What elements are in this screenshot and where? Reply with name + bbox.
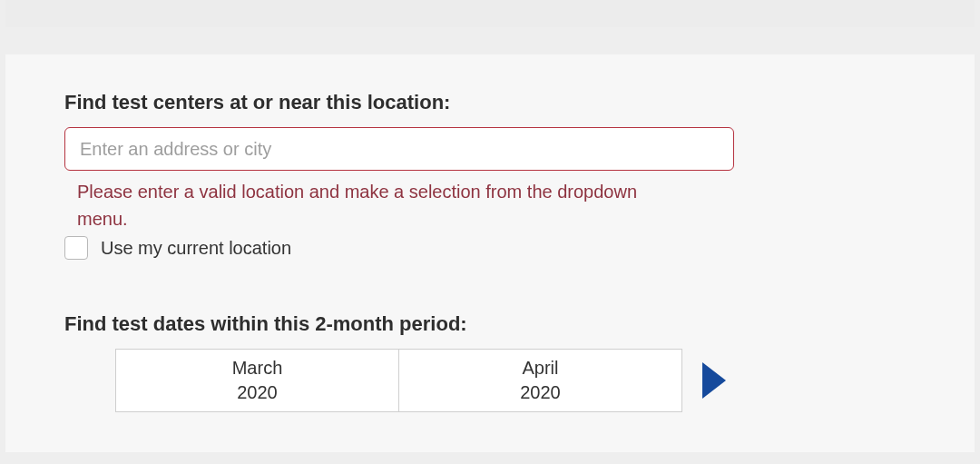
use-current-location-label: Use my current location xyxy=(101,238,291,259)
search-panel: Find test centers at or near this locati… xyxy=(5,54,975,452)
use-current-location-row: Use my current location xyxy=(64,236,754,260)
month-name: April xyxy=(522,356,558,380)
month-option-0[interactable]: March 2020 xyxy=(115,349,399,412)
month-option-1[interactable]: April 2020 xyxy=(398,349,682,412)
location-heading: Find test centers at or near this locati… xyxy=(64,91,754,114)
chevron-right-icon xyxy=(702,362,726,399)
month-name: March xyxy=(232,356,283,380)
month-selector-row: March 2020 April 2020 xyxy=(64,349,754,412)
section-spacer xyxy=(64,260,754,312)
top-spacer-bar xyxy=(5,0,975,27)
month-year: 2020 xyxy=(237,380,278,405)
location-error-message: Please enter a valid location and make a… xyxy=(77,178,658,232)
date-heading: Find test dates within this 2-month peri… xyxy=(64,312,754,336)
location-input[interactable] xyxy=(64,127,734,171)
use-current-location-checkbox[interactable] xyxy=(64,236,88,260)
page-root: Find test centers at or near this locati… xyxy=(0,0,980,464)
month-year: 2020 xyxy=(520,380,561,405)
panel-content: Find test centers at or near this locati… xyxy=(64,91,754,412)
next-months-button[interactable] xyxy=(702,362,726,399)
